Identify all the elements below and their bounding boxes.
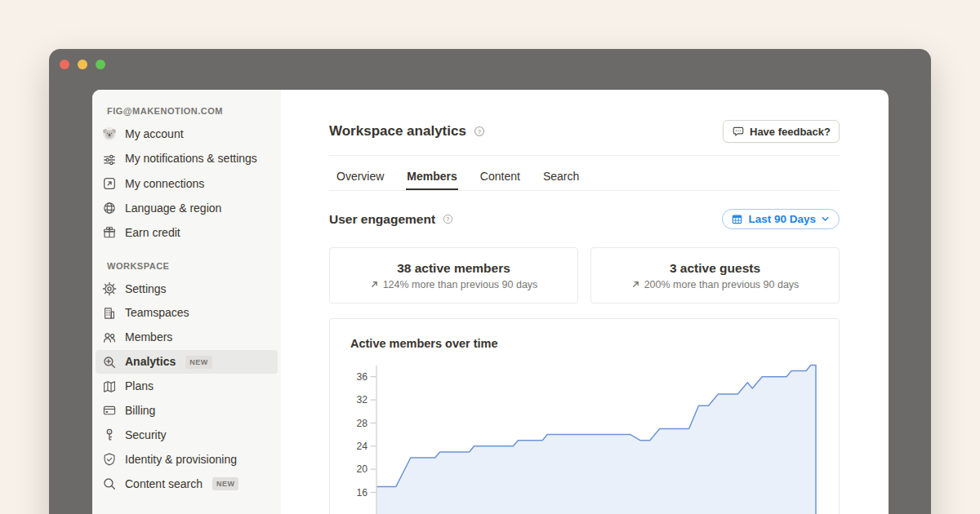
people-icon [102, 330, 117, 345]
date-range-label: Last 90 Days [748, 213, 816, 225]
sidebar-item-label: Identity & provisioning [125, 452, 237, 467]
tab-members[interactable]: Members [406, 165, 457, 190]
settings-modal: FIG@MAKENOTION.COM My account [92, 90, 889, 514]
svg-text:20: 20 [356, 463, 368, 475]
sidebar-item-label: Plans [125, 379, 154, 394]
building-icon [102, 306, 117, 321]
members-chart-svg: 162024283236 [331, 359, 840, 514]
svg-text:32: 32 [356, 394, 368, 405]
account-email-heading: FIG@MAKENOTION.COM [107, 106, 278, 116]
settings-sidebar: FIG@MAKENOTION.COM My account [92, 90, 281, 514]
close-window-button[interactable] [60, 60, 69, 69]
sidebar-item-analytics[interactable]: Analytics NEW [96, 350, 278, 374]
sidebar-item-my-connections[interactable]: My connections [96, 172, 278, 196]
gear-icon [102, 281, 117, 296]
sidebar-item-label: Content search [125, 476, 203, 492]
map-icon [102, 379, 117, 394]
sliders-icon [102, 153, 117, 167]
active-members-value: 38 active members [397, 261, 510, 276]
svg-text:24: 24 [356, 441, 368, 452]
sidebar-item-language-region[interactable]: Language & region [96, 197, 278, 220]
sidebar-item-label: Settings [125, 281, 167, 297]
svg-text:16: 16 [356, 487, 368, 498]
svg-text:36: 36 [356, 371, 368, 383]
koala-avatar [102, 126, 117, 141]
gift-icon [102, 225, 117, 240]
sidebar-item-notifications-settings[interactable]: My notifications & settings [96, 147, 278, 171]
sidebar-item-label: My notifications & settings [125, 151, 257, 166]
app-window: FIG@MAKENOTION.COM My account [49, 49, 931, 514]
sidebar-item-label: Language & region [125, 201, 221, 216]
members-chart-card: Active members over time 162024283236 [329, 318, 840, 514]
calendar-icon [731, 213, 743, 225]
analytics-tabs: Overview Members Content Search [329, 165, 840, 191]
svg-text:?: ? [478, 129, 481, 135]
date-range-selector[interactable]: Last 90 Days [722, 209, 840, 229]
magnifier-plus-icon [102, 355, 117, 370]
active-guests-stat-card: 3 active guests 200% more than previous … [590, 247, 840, 304]
tab-search[interactable]: Search [542, 165, 580, 190]
sidebar-item-label: Billing [125, 403, 155, 419]
user-engagement-title: User engagement [329, 212, 435, 227]
feedback-button-label: Have feedback? [750, 126, 831, 138]
speech-bubble-icon [732, 125, 745, 138]
have-feedback-button[interactable]: Have feedback? [723, 120, 840, 143]
sidebar-item-security[interactable]: Security [96, 423, 278, 447]
zoom-window-button[interactable] [96, 60, 105, 69]
key-icon [102, 428, 117, 442]
credit-card-icon [102, 403, 117, 418]
minimize-window-button[interactable] [78, 60, 87, 69]
workspace-section-heading: WORKSPACE [107, 261, 278, 271]
sidebar-item-label: Security [125, 428, 167, 443]
sidebar-item-plans[interactable]: Plans [96, 374, 278, 398]
help-circle-icon[interactable]: ? [442, 213, 455, 226]
sidebar-item-members[interactable]: Members [96, 326, 278, 349]
shield-check-icon [102, 452, 117, 467]
sidebar-item-identity-provisioning[interactable]: Identity & provisioning [96, 448, 278, 472]
active-members-stat-card: 38 active members 124% more than previou… [329, 247, 578, 304]
arrow-up-right-icon [631, 280, 640, 289]
sidebar-item-my-account[interactable]: My account [96, 122, 278, 146]
chevron-down-icon [821, 215, 830, 224]
tab-overview[interactable]: Overview [336, 165, 385, 190]
sidebar-item-label: Earn credit [125, 225, 180, 241]
active-guests-value: 3 active guests [670, 261, 760, 276]
sidebar-item-billing[interactable]: Billing [96, 399, 278, 423]
sidebar-item-label: Teamspaces [125, 305, 189, 321]
magnifier-icon [102, 476, 117, 491]
tab-content[interactable]: Content [479, 165, 521, 190]
arrow-up-right-icon [370, 280, 379, 289]
sidebar-item-settings[interactable]: Settings [96, 277, 278, 301]
sidebar-item-label: Members [125, 330, 172, 345]
arrow-up-right-box-icon [102, 176, 117, 191]
svg-text:28: 28 [356, 418, 368, 429]
new-badge: NEW [212, 477, 239, 490]
page-title: Workspace analytics [329, 123, 466, 140]
header-divider [329, 155, 840, 156]
help-circle-icon[interactable]: ? [473, 125, 486, 138]
analytics-main-panel: Workspace analytics ? [281, 90, 889, 514]
sidebar-item-teamspaces[interactable]: Teamspaces [96, 301, 278, 325]
new-badge: NEW [185, 356, 212, 369]
active-guests-delta: 200% more than previous 90 days [644, 279, 800, 290]
globe-icon [102, 201, 117, 215]
chart-title: Active members over time [350, 337, 839, 350]
active-members-delta: 124% more than previous 90 days [383, 279, 538, 290]
window-controls [60, 60, 105, 69]
svg-text:?: ? [447, 215, 450, 221]
sidebar-item-label: Analytics [125, 354, 176, 370]
sidebar-item-label: My account [125, 126, 184, 142]
sidebar-item-label: My connections [125, 176, 204, 192]
sidebar-item-content-search[interactable]: Content search NEW [96, 472, 278, 496]
sidebar-item-earn-credit[interactable]: Earn credit [96, 221, 278, 245]
